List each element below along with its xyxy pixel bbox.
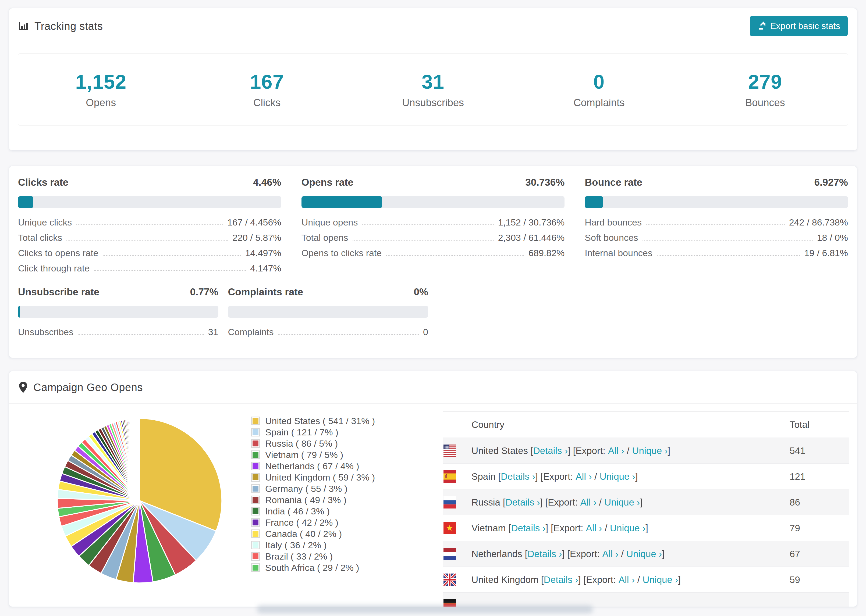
rates-row-1: Clicks rate4.46%Unique clicks167 / 4.456… xyxy=(9,166,857,273)
details-link[interactable]: Details › xyxy=(527,548,562,559)
rate-progress-track xyxy=(228,306,428,318)
legend-swatch xyxy=(251,518,260,527)
rate-title: Opens rate xyxy=(301,177,353,188)
legend-label: Vietnam ( 79 / 5% ) xyxy=(265,449,343,460)
rate-progress-fill xyxy=(18,196,33,208)
rate-progress-fill xyxy=(585,196,603,208)
legend-label: Brazil ( 33 / 2% ) xyxy=(265,551,333,562)
stat-label: Bounces xyxy=(745,97,785,108)
legend-label: Russia ( 86 / 5% ) xyxy=(265,438,338,449)
details-link[interactable]: Details › xyxy=(544,574,578,585)
export-all-link[interactable]: All › xyxy=(586,523,602,533)
rates-card: Clicks rate4.46%Unique clicks167 / 4.456… xyxy=(9,166,857,358)
country-row-united-states: United States [Details ›] [Export: All ›… xyxy=(443,438,849,464)
metric-value: 167 / 4.456% xyxy=(227,217,281,228)
metric-label: Hard bounces xyxy=(585,217,642,228)
metric-value: 31 xyxy=(208,327,218,337)
export-unique-link[interactable]: Unique › xyxy=(627,548,662,559)
legend-label: South Africa ( 29 / 2% ) xyxy=(265,563,359,573)
country-flag-es-icon xyxy=(444,470,456,483)
stat-value: 0 xyxy=(593,71,605,93)
legend-item-germany: Germany ( 55 / 3% ) xyxy=(251,483,375,494)
rate-progress-fill xyxy=(301,196,383,208)
legend-item-netherlands: Netherlands ( 67 / 4% ) xyxy=(251,460,375,472)
rate-metric-row: Total opens2,303 / 61.446% xyxy=(301,228,565,243)
map-marker-icon xyxy=(18,381,28,393)
export-basic-stats-button[interactable]: Export basic stats xyxy=(750,16,848,36)
rate-metric-row: Internal bounces19 / 6.81% xyxy=(585,243,848,258)
total-column-header: Total xyxy=(790,419,849,430)
export-all-link[interactable]: All › xyxy=(580,497,597,508)
dotted-leader xyxy=(642,240,813,240)
rate-percent: 0% xyxy=(414,286,428,298)
details-link[interactable]: Details › xyxy=(511,523,545,533)
metric-label: Unique opens xyxy=(301,217,358,228)
legend-item-canada: Canada ( 40 / 2% ) xyxy=(251,528,375,539)
legend-label: Italy ( 36 / 2% ) xyxy=(265,540,327,550)
page-title: Tracking stats xyxy=(35,20,103,32)
rate-metric-row: Soft bounces18 / 0% xyxy=(585,228,848,243)
header-divider xyxy=(9,44,857,44)
export-icon xyxy=(757,22,767,31)
metric-label: Total opens xyxy=(301,233,348,243)
dashboard-page: Tracking stats Export basic stats 1,152O… xyxy=(0,0,866,616)
dotted-leader xyxy=(353,240,494,240)
rate-progress-track xyxy=(301,196,565,208)
legend-label: Romania ( 49 / 3% ) xyxy=(265,495,346,505)
export-unique-link[interactable]: Unique › xyxy=(600,471,635,482)
stat-value: 167 xyxy=(250,71,284,93)
pie-slice[interactable] xyxy=(139,418,140,501)
details-link[interactable]: Details › xyxy=(501,471,535,482)
dotted-leader xyxy=(657,255,800,256)
metric-label: Soft bounces xyxy=(585,233,638,243)
country-row-vietnam: Vietnam [Details ›] [Export: All › / Uni… xyxy=(443,515,849,541)
export-unique-link[interactable]: Unique › xyxy=(632,445,668,456)
legend-item-spain: Spain ( 121 / 7% ) xyxy=(251,426,375,438)
stat-value: 31 xyxy=(422,71,444,93)
country-row-russia: Russia [Details ›] [Export: All › / Uniq… xyxy=(443,489,849,515)
export-all-link[interactable]: All › xyxy=(608,445,624,456)
export-all-link[interactable]: All › xyxy=(602,548,618,559)
rate-metric-row: Complaints0 xyxy=(228,322,428,337)
details-link[interactable]: Details › xyxy=(505,497,540,508)
summary-stat-complaints: 0Complaints xyxy=(516,53,682,126)
legend-label: Spain ( 121 / 7% ) xyxy=(265,427,339,438)
dotted-leader xyxy=(76,225,223,225)
metric-value: 220 / 5.87% xyxy=(232,233,281,243)
country-name: Vietnam xyxy=(471,523,506,533)
metric-value: 18 / 0% xyxy=(817,233,848,243)
legend-item-france: France ( 42 / 2% ) xyxy=(251,517,375,528)
tracking-stats-header: Tracking stats Export basic stats xyxy=(9,8,857,44)
legend-item-romania: Romania ( 49 / 3% ) xyxy=(251,494,375,506)
summary-stat-bounces: 279Bounces xyxy=(682,53,848,126)
geo-opens-pie-chart xyxy=(54,415,226,587)
export-unique-link[interactable]: Unique › xyxy=(610,523,646,533)
metric-value: 4.147% xyxy=(250,263,281,273)
legend-swatch xyxy=(251,473,260,482)
rate-title: Bounce rate xyxy=(585,177,642,188)
rate-percent: 0.77% xyxy=(190,286,218,298)
rate-title: Complaints rate xyxy=(228,286,303,298)
country-total: 121 xyxy=(790,471,849,482)
tracking-stats-card: Tracking stats Export basic stats 1,152O… xyxy=(9,8,857,151)
stat-value: 279 xyxy=(748,71,782,93)
rate-percent: 6.927% xyxy=(814,177,848,188)
country-flag-us-icon xyxy=(444,445,456,457)
stat-label: Unsubscribes xyxy=(402,97,464,108)
rate-metric-row: Clicks to opens rate14.497% xyxy=(18,243,281,258)
details-link[interactable]: Details › xyxy=(533,445,568,456)
export-all-link[interactable]: All › xyxy=(576,471,592,482)
export-all-link[interactable]: All › xyxy=(619,574,635,585)
country-row-de xyxy=(443,592,849,607)
export-unique-link[interactable]: Unique › xyxy=(642,574,678,585)
dotted-leader xyxy=(646,225,785,225)
country-flag-gb-icon xyxy=(444,574,456,586)
export-unique-link[interactable]: Unique › xyxy=(604,497,640,508)
country-row-spain: Spain [Details ›] [Export: All › / Uniqu… xyxy=(443,464,849,489)
dotted-leader xyxy=(278,334,419,335)
legend-item-vietnam: Vietnam ( 79 / 5% ) xyxy=(251,449,375,460)
legend-swatch xyxy=(251,507,260,515)
rate-metric-row: Unique clicks167 / 4.456% xyxy=(18,212,281,228)
export-button-label: Export basic stats xyxy=(770,21,840,31)
legend-label: Germany ( 55 / 3% ) xyxy=(265,484,348,494)
